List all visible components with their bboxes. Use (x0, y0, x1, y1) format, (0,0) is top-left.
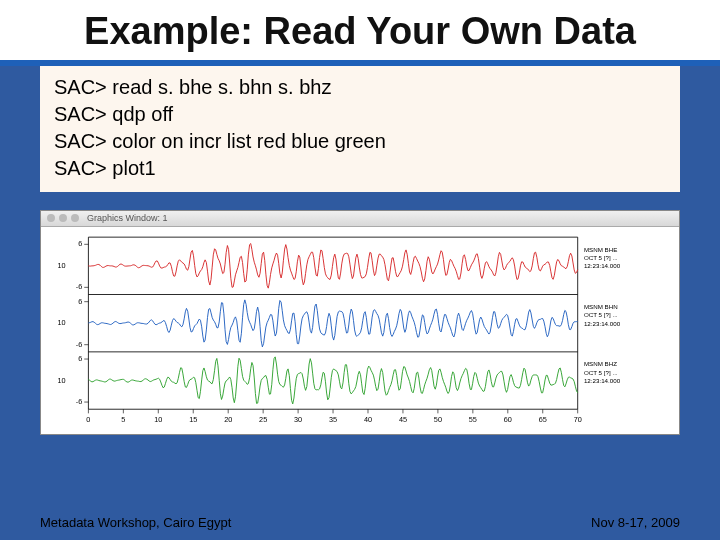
svg-text:60: 60 (504, 414, 512, 423)
svg-text:50: 50 (434, 414, 442, 423)
code-line: SAC> qdp off (54, 101, 666, 128)
svg-text:10: 10 (58, 318, 66, 327)
svg-text:65: 65 (539, 414, 547, 423)
plot-area: -6610MSNM BHEOCT 5 [?] ...12:23:14.000-6… (41, 227, 679, 434)
seismogram-plot: -6610MSNM BHEOCT 5 [?] ...12:23:14.000-6… (49, 233, 671, 430)
svg-text:70: 70 (574, 414, 582, 423)
window-controls-icon (47, 214, 79, 222)
svg-text:20: 20 (224, 414, 232, 423)
svg-text:12:23:14.000: 12:23:14.000 (584, 319, 621, 326)
slide-title: Example: Read Your Own Data (40, 10, 680, 54)
svg-text:-6: -6 (76, 340, 82, 349)
svg-text:-6: -6 (76, 282, 82, 291)
svg-text:30: 30 (294, 414, 302, 423)
svg-text:12:23:14.000: 12:23:14.000 (584, 377, 621, 384)
sac-graphics-window: Graphics Window: 1 -6610MSNM BHEOCT 5 [?… (40, 210, 680, 435)
svg-text:MSNM BHE: MSNM BHE (584, 245, 617, 252)
window-titlebar: Graphics Window: 1 (41, 211, 679, 227)
svg-text:15: 15 (189, 414, 197, 423)
sac-command-box: SAC> read s. bhe s. bhn s. bhz SAC> qdp … (40, 66, 680, 192)
svg-text:OCT 5 [?] ...: OCT 5 [?] ... (584, 311, 618, 318)
window-title: Graphics Window: 1 (87, 213, 168, 223)
footer-left: Metadata Workshop, Cairo Egypt (40, 515, 231, 530)
svg-text:12:23:14.000: 12:23:14.000 (584, 262, 621, 269)
slide-title-block: Example: Read Your Own Data (0, 0, 720, 66)
svg-text:OCT 5 [?] ...: OCT 5 [?] ... (584, 254, 618, 261)
svg-text:10: 10 (58, 261, 66, 270)
code-line: SAC> read s. bhe s. bhn s. bhz (54, 74, 666, 101)
svg-text:5: 5 (121, 414, 125, 423)
code-line: SAC> plot1 (54, 155, 666, 182)
svg-text:10: 10 (154, 414, 162, 423)
svg-text:55: 55 (469, 414, 477, 423)
footer-right: Nov 8-17, 2009 (591, 515, 680, 530)
svg-text:25: 25 (259, 414, 267, 423)
slide-footer: Metadata Workshop, Cairo Egypt Nov 8-17,… (0, 515, 720, 530)
code-line: SAC> color on incr list red blue green (54, 128, 666, 155)
svg-text:OCT 5 [?] ...: OCT 5 [?] ... (584, 368, 618, 375)
svg-text:35: 35 (329, 414, 337, 423)
svg-text:45: 45 (399, 414, 407, 423)
svg-text:-6: -6 (76, 397, 82, 406)
svg-text:MSNM BHZ: MSNM BHZ (584, 360, 617, 367)
svg-text:40: 40 (364, 414, 372, 423)
svg-text:0: 0 (86, 414, 90, 423)
svg-text:MSNM BHN: MSNM BHN (584, 303, 618, 310)
svg-text:6: 6 (78, 239, 82, 248)
svg-text:6: 6 (78, 296, 82, 305)
svg-text:10: 10 (58, 375, 66, 384)
svg-text:6: 6 (78, 354, 82, 363)
